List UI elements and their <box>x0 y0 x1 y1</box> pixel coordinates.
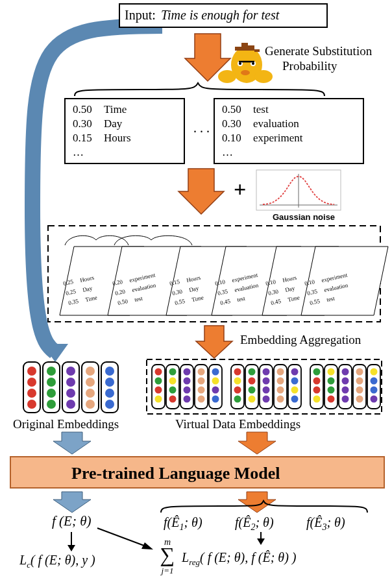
svg-point-73 <box>27 389 36 398</box>
bert-caption-2: Probability <box>282 59 337 73</box>
svg-text:…: … <box>73 146 84 158</box>
svg-point-170 <box>371 396 378 403</box>
svg-point-81 <box>66 367 75 376</box>
svg-point-77 <box>47 378 56 387</box>
svg-point-133 <box>263 378 270 385</box>
input-prefix: Input: <box>125 8 156 23</box>
svg-text:0.10: 0.10 <box>222 132 241 144</box>
svg-text:f(Ê1; θ): f(Ê1; θ) <box>164 515 202 532</box>
svg-point-93 <box>105 389 114 398</box>
svg-text:evaluation: evaluation <box>253 117 299 130</box>
svg-point-105 <box>169 396 177 403</box>
svg-point-87 <box>86 378 95 387</box>
svg-point-91 <box>105 367 114 376</box>
svg-point-107 <box>184 369 191 376</box>
svg-marker-175 <box>67 545 75 551</box>
virtual-embeddings <box>152 365 380 409</box>
svg-point-99 <box>155 387 162 394</box>
svg-point-79 <box>47 400 56 409</box>
svg-point-150 <box>313 396 321 403</box>
figure-vda: Input: Time is enough for test Generate … <box>0 0 392 580</box>
svg-rect-3 <box>235 47 241 51</box>
svg-point-157 <box>342 369 349 376</box>
svg-text:Time: Time <box>104 103 127 115</box>
svg-rect-6 <box>254 49 260 52</box>
svg-point-139 <box>277 387 284 394</box>
svg-point-132 <box>263 369 270 376</box>
svg-point-122 <box>234 369 241 376</box>
math-Lreg: Lreg( f (E; θ), f (Ê; θ) ) <box>181 550 297 567</box>
svg-text:∑: ∑ <box>160 543 175 566</box>
svg-point-155 <box>328 396 335 403</box>
svg-point-120 <box>212 396 219 403</box>
svg-text:…: … <box>222 146 233 158</box>
svg-point-108 <box>184 378 191 385</box>
svg-point-145 <box>291 396 299 403</box>
svg-text:test: test <box>253 103 269 115</box>
svg-point-134 <box>263 387 270 394</box>
svg-marker-179 <box>257 538 265 545</box>
svg-marker-177 <box>141 542 153 550</box>
svg-point-162 <box>356 369 363 376</box>
svg-point-147 <box>313 369 321 376</box>
orange-arrow-icon <box>196 326 232 358</box>
input-sentence: Time is enough for test <box>161 8 280 23</box>
svg-point-164 <box>356 387 363 394</box>
orange-arrow-icon <box>238 492 276 513</box>
svg-point-158 <box>342 378 349 385</box>
svg-point-168 <box>371 378 378 385</box>
svg-point-94 <box>105 400 114 409</box>
svg-point-153 <box>328 378 335 385</box>
svg-point-8 <box>239 62 241 65</box>
svg-point-160 <box>342 396 349 403</box>
svg-line-176 <box>97 528 149 548</box>
svg-point-12 <box>218 70 236 83</box>
svg-point-97 <box>155 369 162 376</box>
svg-point-113 <box>198 378 205 385</box>
gaussian-label: Gaussian noise <box>273 212 335 222</box>
svg-text:0.50: 0.50 <box>222 103 241 115</box>
svg-point-117 <box>212 369 219 376</box>
svg-point-114 <box>198 387 205 394</box>
svg-point-125 <box>234 396 241 403</box>
svg-point-74 <box>27 400 36 409</box>
plus-symbol: + <box>234 177 246 201</box>
svg-point-143 <box>291 378 299 385</box>
svg-point-78 <box>47 389 56 398</box>
svg-point-92 <box>105 378 114 387</box>
plm-label: Pre-trained Language Model <box>71 464 280 483</box>
svg-point-118 <box>212 378 219 385</box>
svg-point-11 <box>241 70 250 75</box>
svg-point-144 <box>291 387 299 394</box>
svg-point-89 <box>86 400 95 409</box>
svg-point-149 <box>313 387 321 394</box>
ellipsis: · · · <box>193 125 210 139</box>
svg-rect-5 <box>248 45 254 51</box>
svg-text:f(Ê3; θ): f(Ê3; θ) <box>306 515 345 532</box>
svg-point-84 <box>66 400 75 409</box>
svg-text:0.30: 0.30 <box>73 117 92 130</box>
svg-point-112 <box>198 369 205 376</box>
svg-point-123 <box>234 378 241 385</box>
svg-rect-4 <box>241 43 248 51</box>
svg-point-154 <box>328 387 335 394</box>
svg-point-142 <box>291 369 299 376</box>
math-Lc: Lc( f (E; θ), y ) <box>19 553 95 570</box>
orange-arrow-icon <box>238 432 276 454</box>
svg-point-98 <box>155 378 162 385</box>
svg-text:Day: Day <box>104 117 123 130</box>
svg-point-88 <box>86 389 95 398</box>
svg-point-86 <box>86 367 95 376</box>
svg-point-115 <box>198 396 205 403</box>
orange-arrow-icon <box>178 169 224 214</box>
svg-point-71 <box>27 367 36 376</box>
bert-caption-1: Generate Substitution <box>265 44 373 58</box>
original-embeddings-label: Original Embeddings <box>13 417 119 431</box>
gaussian-plot-icon <box>256 170 341 210</box>
svg-point-103 <box>169 378 177 385</box>
svg-point-135 <box>263 396 270 403</box>
svg-point-169 <box>371 387 378 394</box>
embedding-aggregation-label: Embedding Aggregation <box>240 333 361 346</box>
svg-text:experiment: experiment <box>253 132 303 144</box>
svg-text:0.50: 0.50 <box>73 103 92 115</box>
